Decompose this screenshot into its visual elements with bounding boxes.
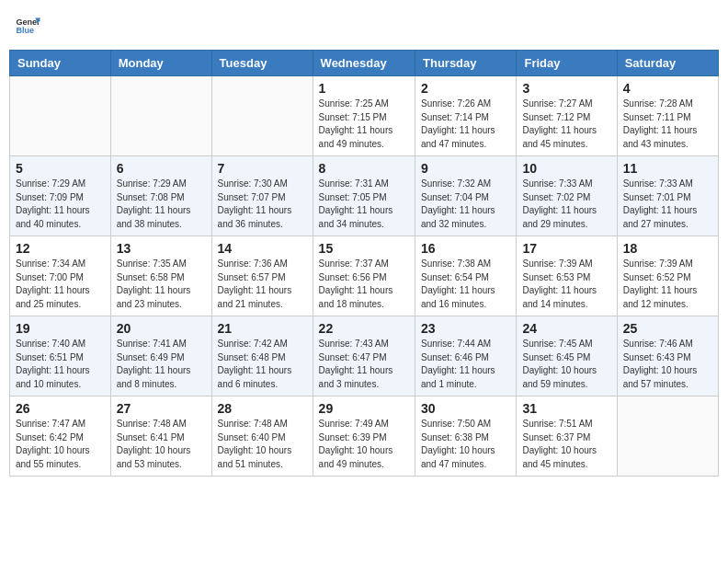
day-number: 30 xyxy=(421,401,510,416)
calendar-week-row: 19Sunrise: 7:40 AMSunset: 6:51 PMDayligh… xyxy=(10,316,719,396)
day-info: Sunrise: 7:48 AMSunset: 6:40 PMDaylight:… xyxy=(218,418,307,471)
day-number: 20 xyxy=(117,321,206,336)
calendar-day-29: 29Sunrise: 7:49 AMSunset: 6:39 PMDayligh… xyxy=(313,396,415,477)
day-number: 8 xyxy=(319,161,409,176)
svg-text:Blue: Blue xyxy=(16,26,34,35)
calendar-day-26: 26Sunrise: 7:47 AMSunset: 6:42 PMDayligh… xyxy=(10,396,111,477)
calendar-day-27: 27Sunrise: 7:48 AMSunset: 6:41 PMDayligh… xyxy=(110,396,211,477)
day-info: Sunrise: 7:31 AMSunset: 7:05 PMDaylight:… xyxy=(319,178,409,231)
day-number: 22 xyxy=(319,321,409,336)
day-info: Sunrise: 7:39 AMSunset: 6:52 PMDaylight:… xyxy=(623,258,712,311)
calendar-day-25: 25Sunrise: 7:46 AMSunset: 6:43 PMDayligh… xyxy=(617,316,718,396)
calendar-day-30: 30Sunrise: 7:50 AMSunset: 6:38 PMDayligh… xyxy=(415,396,517,477)
calendar-week-row: 26Sunrise: 7:47 AMSunset: 6:42 PMDayligh… xyxy=(10,396,719,477)
calendar-day-4: 4Sunrise: 7:28 AMSunset: 7:11 PMDaylight… xyxy=(617,76,718,156)
calendar-day-24: 24Sunrise: 7:45 AMSunset: 6:45 PMDayligh… xyxy=(517,316,617,396)
day-number: 15 xyxy=(319,241,409,256)
logo: General Blue xyxy=(15,13,40,39)
calendar-empty-cell xyxy=(10,76,111,156)
calendar-day-10: 10Sunrise: 7:33 AMSunset: 7:02 PMDayligh… xyxy=(517,156,617,236)
day-info: Sunrise: 7:32 AMSunset: 7:04 PMDaylight:… xyxy=(421,178,510,231)
calendar-day-21: 21Sunrise: 7:42 AMSunset: 6:48 PMDayligh… xyxy=(211,316,313,396)
weekday-header-sunday: Sunday xyxy=(10,51,111,76)
weekday-header-friday: Friday xyxy=(517,51,617,76)
day-number: 2 xyxy=(421,81,510,96)
day-info: Sunrise: 7:43 AMSunset: 6:47 PMDaylight:… xyxy=(319,338,409,391)
day-number: 3 xyxy=(522,81,610,96)
calendar-day-3: 3Sunrise: 7:27 AMSunset: 7:12 PMDaylight… xyxy=(517,76,617,156)
calendar-day-19: 19Sunrise: 7:40 AMSunset: 6:51 PMDayligh… xyxy=(10,316,111,396)
day-number: 27 xyxy=(117,401,206,416)
calendar-day-18: 18Sunrise: 7:39 AMSunset: 6:52 PMDayligh… xyxy=(617,236,718,316)
weekday-header-monday: Monday xyxy=(110,51,211,76)
day-info: Sunrise: 7:29 AMSunset: 7:08 PMDaylight:… xyxy=(117,178,206,231)
day-info: Sunrise: 7:49 AMSunset: 6:39 PMDaylight:… xyxy=(319,418,409,471)
day-number: 24 xyxy=(522,321,610,336)
day-number: 26 xyxy=(16,401,105,416)
calendar-table: SundayMondayTuesdayWednesdayThursdayFrid… xyxy=(9,50,719,477)
calendar-day-28: 28Sunrise: 7:48 AMSunset: 6:40 PMDayligh… xyxy=(211,396,313,477)
calendar-day-14: 14Sunrise: 7:36 AMSunset: 6:57 PMDayligh… xyxy=(211,236,313,316)
day-number: 4 xyxy=(623,81,712,96)
day-number: 18 xyxy=(623,241,712,256)
day-info: Sunrise: 7:27 AMSunset: 7:12 PMDaylight:… xyxy=(522,98,610,151)
day-info: Sunrise: 7:25 AMSunset: 7:15 PMDaylight:… xyxy=(319,98,409,151)
calendar-day-16: 16Sunrise: 7:38 AMSunset: 6:54 PMDayligh… xyxy=(415,236,517,316)
day-number: 13 xyxy=(117,241,206,256)
day-number: 21 xyxy=(218,321,307,336)
calendar-empty-cell xyxy=(211,76,313,156)
day-info: Sunrise: 7:26 AMSunset: 7:14 PMDaylight:… xyxy=(421,98,510,151)
day-number: 23 xyxy=(421,321,510,336)
calendar-day-15: 15Sunrise: 7:37 AMSunset: 6:56 PMDayligh… xyxy=(313,236,415,316)
day-number: 6 xyxy=(117,161,206,176)
day-info: Sunrise: 7:33 AMSunset: 7:01 PMDaylight:… xyxy=(623,178,712,231)
weekday-header-tuesday: Tuesday xyxy=(211,51,313,76)
day-number: 14 xyxy=(218,241,307,256)
weekday-header-saturday: Saturday xyxy=(617,51,718,76)
calendar-day-2: 2Sunrise: 7:26 AMSunset: 7:14 PMDaylight… xyxy=(415,76,517,156)
calendar-day-23: 23Sunrise: 7:44 AMSunset: 6:46 PMDayligh… xyxy=(415,316,517,396)
day-number: 16 xyxy=(421,241,510,256)
calendar-empty-cell xyxy=(617,396,718,477)
calendar-day-13: 13Sunrise: 7:35 AMSunset: 6:58 PMDayligh… xyxy=(110,236,211,316)
calendar-day-22: 22Sunrise: 7:43 AMSunset: 6:47 PMDayligh… xyxy=(313,316,415,396)
day-info: Sunrise: 7:48 AMSunset: 6:41 PMDaylight:… xyxy=(117,418,206,471)
day-info: Sunrise: 7:39 AMSunset: 6:53 PMDaylight:… xyxy=(522,258,610,311)
calendar-week-row: 5Sunrise: 7:29 AMSunset: 7:09 PMDaylight… xyxy=(10,156,719,236)
calendar-header-row: SundayMondayTuesdayWednesdayThursdayFrid… xyxy=(10,51,719,76)
day-info: Sunrise: 7:50 AMSunset: 6:38 PMDaylight:… xyxy=(421,418,510,471)
day-info: Sunrise: 7:29 AMSunset: 7:09 PMDaylight:… xyxy=(16,178,105,231)
calendar-day-5: 5Sunrise: 7:29 AMSunset: 7:09 PMDaylight… xyxy=(10,156,111,236)
day-info: Sunrise: 7:45 AMSunset: 6:45 PMDaylight:… xyxy=(522,338,610,391)
day-info: Sunrise: 7:30 AMSunset: 7:07 PMDaylight:… xyxy=(218,178,307,231)
page-header: General Blue xyxy=(9,9,719,42)
day-info: Sunrise: 7:28 AMSunset: 7:11 PMDaylight:… xyxy=(623,98,712,151)
day-info: Sunrise: 7:41 AMSunset: 6:49 PMDaylight:… xyxy=(117,338,206,391)
calendar-empty-cell xyxy=(110,76,211,156)
day-info: Sunrise: 7:37 AMSunset: 6:56 PMDaylight:… xyxy=(319,258,409,311)
calendar-day-31: 31Sunrise: 7:51 AMSunset: 6:37 PMDayligh… xyxy=(517,396,617,477)
day-number: 31 xyxy=(522,401,610,416)
day-info: Sunrise: 7:35 AMSunset: 6:58 PMDaylight:… xyxy=(117,258,206,311)
weekday-header-thursday: Thursday xyxy=(415,51,517,76)
calendar-week-row: 12Sunrise: 7:34 AMSunset: 7:00 PMDayligh… xyxy=(10,236,719,316)
calendar-week-row: 1Sunrise: 7:25 AMSunset: 7:15 PMDaylight… xyxy=(10,76,719,156)
day-number: 25 xyxy=(623,321,712,336)
logo-icon: General Blue xyxy=(15,13,40,39)
day-info: Sunrise: 7:47 AMSunset: 6:42 PMDaylight:… xyxy=(16,418,105,471)
calendar-day-9: 9Sunrise: 7:32 AMSunset: 7:04 PMDaylight… xyxy=(415,156,517,236)
day-info: Sunrise: 7:42 AMSunset: 6:48 PMDaylight:… xyxy=(218,338,307,391)
day-number: 5 xyxy=(16,161,105,176)
calendar-day-11: 11Sunrise: 7:33 AMSunset: 7:01 PMDayligh… xyxy=(617,156,718,236)
day-number: 7 xyxy=(218,161,307,176)
day-info: Sunrise: 7:33 AMSunset: 7:02 PMDaylight:… xyxy=(522,178,610,231)
day-number: 17 xyxy=(522,241,610,256)
day-number: 12 xyxy=(16,241,105,256)
day-number: 19 xyxy=(16,321,105,336)
day-number: 9 xyxy=(421,161,510,176)
day-number: 10 xyxy=(522,161,610,176)
day-number: 11 xyxy=(623,161,712,176)
day-info: Sunrise: 7:34 AMSunset: 7:00 PMDaylight:… xyxy=(16,258,105,311)
calendar-day-8: 8Sunrise: 7:31 AMSunset: 7:05 PMDaylight… xyxy=(313,156,415,236)
calendar-day-6: 6Sunrise: 7:29 AMSunset: 7:08 PMDaylight… xyxy=(110,156,211,236)
